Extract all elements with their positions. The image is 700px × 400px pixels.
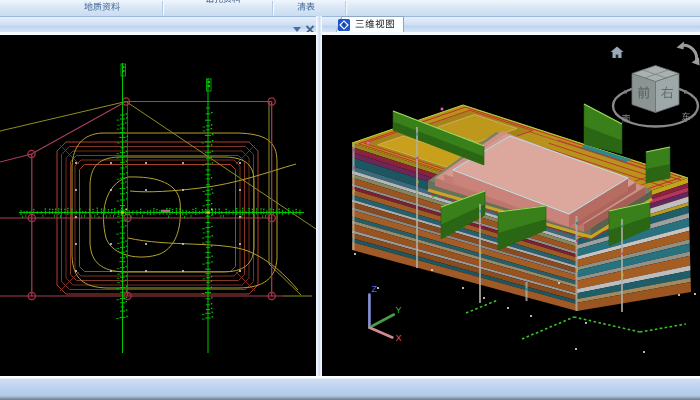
ribbon-button-partially-visible[interactable]: 钻孔资料 — [201, 0, 245, 5]
axis-label-z: Z — [371, 284, 377, 294]
ribbon-group-label-cleanup[interactable]: 清表 — [276, 2, 336, 15]
ribbon-group-separator — [162, 1, 163, 15]
cjk-glyph-text — [355, 19, 395, 29]
ribbon-group-separator — [345, 1, 346, 15]
three-d-view-canvas[interactable]: ZYX — [322, 35, 700, 376]
plan-view-canvas[interactable] — [0, 35, 316, 376]
application-window: 地质资料 钻孔资料 清表 — [0, 0, 700, 400]
axis-label-x: X — [395, 333, 401, 343]
ribbon-group-separator — [272, 1, 273, 15]
ribbon: 地质资料 钻孔资料 清表 — [0, 0, 700, 17]
cjk-glyph-text — [84, 2, 120, 11]
cjk-glyph-text — [297, 2, 315, 11]
section-plane-east — [646, 147, 670, 183]
ribbon-group-label-geology[interactable]: 地质资料 — [42, 2, 162, 15]
axis-label-y: Y — [395, 305, 401, 315]
status-bar — [0, 376, 700, 400]
tab-3d-view[interactable]: 三维视图 — [330, 16, 404, 33]
